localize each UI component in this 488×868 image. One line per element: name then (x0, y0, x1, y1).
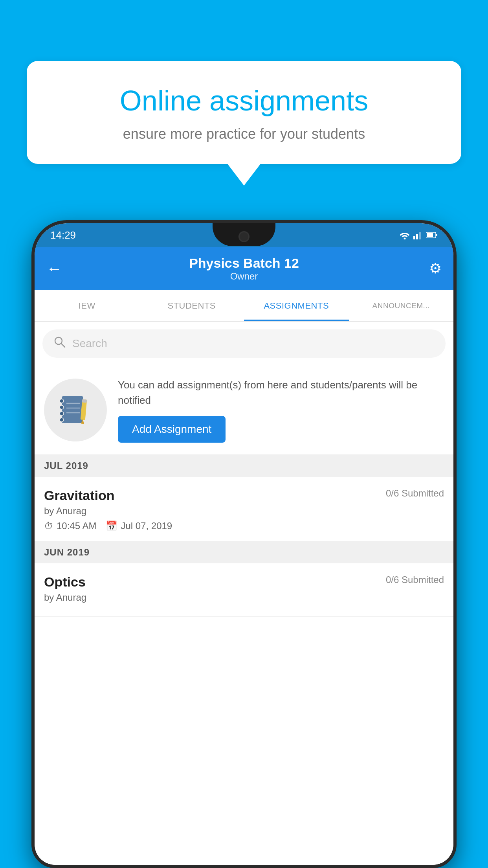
section-header-jul: JUL 2019 (35, 455, 453, 477)
search-placeholder: Search (72, 337, 107, 350)
phone-notch (213, 223, 275, 246)
meta-date-value: Jul 07, 2019 (121, 520, 172, 531)
svg-point-10 (60, 399, 64, 403)
assignment-meta: ⏱ 10:45 AM 📅 Jul 07, 2019 (44, 520, 444, 531)
assignment-item-optics[interactable]: Optics 0/6 Submitted by Anurag (35, 563, 453, 617)
status-icons (399, 231, 438, 239)
app-bar: ← Physics Batch 12 Owner ⚙ (35, 247, 453, 290)
phone-frame: 14:29 (31, 220, 457, 868)
svg-rect-5 (436, 234, 437, 236)
svg-line-8 (61, 344, 65, 347)
assignment-author: by Anurag (44, 506, 444, 517)
search-icon (53, 336, 66, 351)
app-bar-title: Physics Batch 12 (70, 256, 418, 271)
promo-text: You can add assignment(s) from here and … (118, 377, 444, 408)
assignment-submitted-optics: 0/6 Submitted (386, 574, 444, 585)
content-area: Search (35, 322, 453, 865)
speech-bubble: Online assignments ensure more practice … (27, 61, 461, 164)
speech-bubble-title: Online assignments (54, 85, 434, 117)
tab-students[interactable]: STUDENTS (139, 290, 244, 321)
assignment-author-optics: by Anurag (44, 592, 444, 603)
promo-icon-circle (44, 379, 107, 441)
speech-bubble-wrapper: Online assignments ensure more practice … (27, 61, 461, 186)
svg-rect-3 (419, 232, 421, 239)
notebook-icon (58, 392, 93, 428)
search-bar[interactable]: Search (42, 329, 446, 358)
clock-icon: ⏱ (44, 520, 53, 531)
assignment-title: Gravitation (44, 488, 114, 503)
svg-point-0 (404, 238, 406, 240)
svg-rect-9 (62, 396, 83, 423)
app-bar-subtitle: Owner (70, 271, 418, 282)
svg-rect-6 (427, 233, 433, 237)
assignment-item-gravitation[interactable]: Gravitation 0/6 Submitted by Anurag ⏱ 10… (35, 477, 453, 541)
assignment-row1-optics: Optics 0/6 Submitted (44, 574, 444, 590)
settings-button[interactable]: ⚙ (418, 260, 442, 277)
svg-rect-1 (413, 236, 415, 239)
svg-point-13 (60, 418, 64, 422)
status-time: 14:29 (50, 229, 76, 241)
battery-icon (426, 231, 438, 239)
promo-content: You can add assignment(s) from here and … (118, 377, 444, 443)
section-header-jun: JUN 2019 (35, 541, 453, 563)
speech-bubble-subtitle: ensure more practice for your students (54, 126, 434, 142)
speech-bubble-tail (227, 164, 261, 186)
app-bar-title-group: Physics Batch 12 Owner (70, 256, 418, 282)
tab-assignments[interactable]: ASSIGNMENTS (244, 290, 349, 321)
wifi-icon (399, 231, 410, 239)
tab-announcements[interactable]: ANNOUNCEM... (349, 290, 454, 321)
calendar-icon: 📅 (106, 520, 117, 531)
tabs-bar: IEW STUDENTS ASSIGNMENTS ANNOUNCEM... (35, 290, 453, 322)
signal-icon (413, 231, 423, 239)
back-button[interactable]: ← (46, 260, 70, 278)
phone-screen: 14:29 (35, 223, 453, 865)
svg-rect-2 (416, 234, 418, 239)
svg-point-12 (60, 412, 64, 416)
assignment-title-optics: Optics (44, 574, 86, 590)
svg-rect-19 (82, 399, 87, 403)
svg-point-11 (60, 405, 64, 409)
add-assignment-button[interactable]: Add Assignment (118, 416, 226, 443)
front-camera (238, 231, 250, 242)
assignment-submitted: 0/6 Submitted (386, 488, 444, 499)
tab-iew[interactable]: IEW (35, 290, 139, 321)
meta-time-value: 10:45 AM (57, 520, 96, 531)
meta-date: 📅 Jul 07, 2019 (106, 520, 172, 531)
meta-time: ⏱ 10:45 AM (44, 520, 96, 531)
assignment-row1: Gravitation 0/6 Submitted (44, 488, 444, 503)
assignment-promo: You can add assignment(s) from here and … (35, 366, 453, 455)
